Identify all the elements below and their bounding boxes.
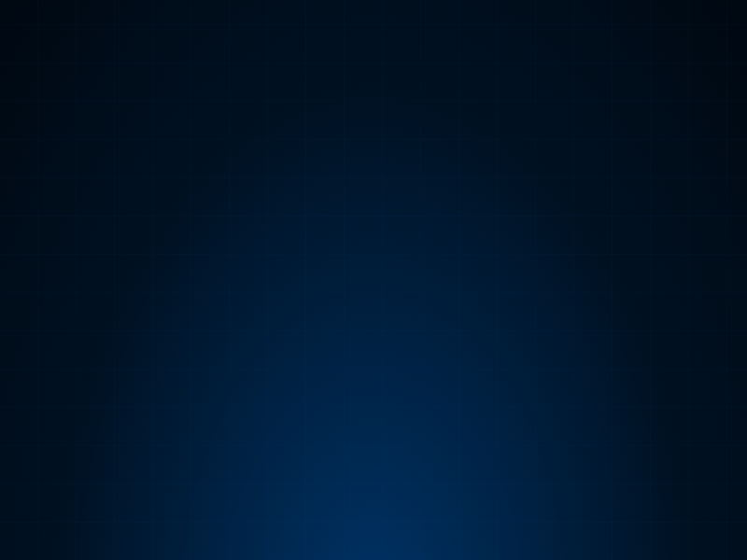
main-container: ASUS UEFI BIOS Utility – Advanced Mode 1… (0, 0, 747, 560)
background (0, 0, 747, 560)
